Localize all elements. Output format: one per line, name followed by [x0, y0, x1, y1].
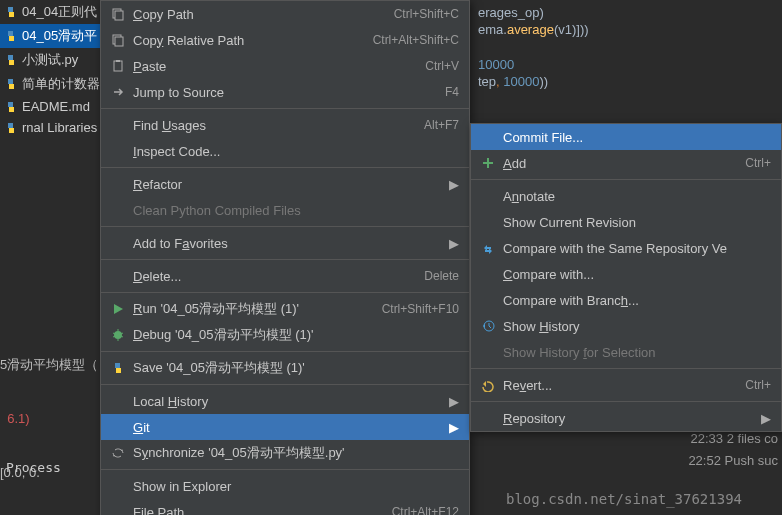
history-icon — [479, 319, 497, 333]
python-file-icon — [4, 29, 18, 43]
menu-item-label: Revert... — [503, 378, 745, 393]
menu-item[interactable]: Debug '04_05滑动平均模型 (1)' — [101, 322, 469, 348]
menu-shortcut: Ctrl+Alt+F12 — [392, 505, 459, 515]
menu-item-label: Git — [133, 420, 441, 435]
menu-item-label: Delete... — [133, 269, 424, 284]
project-file[interactable]: rnal Libraries — [0, 117, 100, 138]
project-file[interactable]: 小测试.py — [0, 48, 100, 72]
context-menu[interactable]: Copy PathCtrl+Shift+CCopy Relative PathC… — [100, 0, 470, 515]
menu-item-label: Add — [503, 156, 745, 171]
menu-item-label: Jump to Source — [133, 85, 445, 100]
submenu-arrow-icon: ▶ — [449, 394, 459, 409]
menu-item[interactable]: Run '04_05滑动平均模型 (1)'Ctrl+Shift+F10 — [101, 296, 469, 322]
menu-item[interactable]: Show Current Revision — [471, 209, 781, 235]
menu-item-label: Show History for Selection — [503, 345, 771, 360]
menu-item-label: Find Usages — [133, 118, 424, 133]
menu-item[interactable]: Save '04_05滑动平均模型 (1)' — [101, 355, 469, 381]
menu-item[interactable]: Git▶ — [101, 414, 469, 440]
git-submenu[interactable]: Commit File...AddCtrl+AnnotateShow Curre… — [470, 123, 782, 432]
menu-item[interactable]: PasteCtrl+V — [101, 53, 469, 79]
python-file-icon — [4, 121, 18, 135]
menu-item[interactable]: Repository▶ — [471, 405, 781, 431]
menu-item[interactable]: Synchronize '04_05滑动平均模型.py' — [101, 440, 469, 466]
submenu-arrow-icon: ▶ — [449, 236, 459, 251]
project-file[interactable]: EADME.md — [0, 96, 100, 117]
process-label: Process — [6, 460, 61, 475]
menu-item: Clean Python Compiled Files — [101, 197, 469, 223]
submenu-arrow-icon: ▶ — [449, 420, 459, 435]
run-output: 5滑动平均模型（ 6.1) [0.0, 0. [5.0, 4. [10.0, 4… — [0, 320, 100, 515]
menu-item-label: Local History — [133, 394, 441, 409]
menu-item-label: Inspect Code... — [133, 144, 459, 159]
code-line: 10000 — [468, 56, 782, 73]
python-file-icon — [4, 53, 18, 67]
project-tree[interactable]: 04_04正则代04_05滑动平小测试.py简单的计数器EADME.mdrnal… — [0, 0, 100, 138]
menu-item[interactable]: Compare with... — [471, 261, 781, 287]
menu-item-label: Synchronize '04_05滑动平均模型.py' — [133, 444, 459, 462]
menu-item: Show History for Selection — [471, 339, 781, 365]
menu-item-label: Debug '04_05滑动平均模型 (1)' — [133, 326, 459, 344]
menu-item[interactable]: Inspect Code... — [101, 138, 469, 164]
python-icon — [109, 361, 127, 375]
menu-shortcut: Delete — [424, 269, 459, 283]
menu-shortcut: Alt+F7 — [424, 118, 459, 132]
menu-item[interactable]: Show in Explorer — [101, 473, 469, 499]
menu-shortcut: Ctrl+ — [745, 378, 771, 392]
menu-item[interactable]: Annotate — [471, 183, 781, 209]
watermark: blog.csdn.net/sinat_37621394 — [506, 491, 742, 507]
menu-shortcut: Ctrl+V — [425, 59, 459, 73]
compare-icon — [479, 241, 497, 255]
menu-item[interactable]: Refactor▶ — [101, 171, 469, 197]
menu-item[interactable]: Local History▶ — [101, 388, 469, 414]
menu-item[interactable]: Compare with Branch... — [471, 287, 781, 313]
menu-item-label: Add to Favorites — [133, 236, 441, 251]
menu-item[interactable]: File PathCtrl+Alt+F12 — [101, 499, 469, 515]
menu-item-label: Annotate — [503, 189, 771, 204]
menu-item[interactable]: Jump to SourceF4 — [101, 79, 469, 105]
menu-shortcut: Ctrl+Shift+C — [394, 7, 459, 21]
menu-item-label: Show in Explorer — [133, 479, 459, 494]
sync-icon — [109, 446, 127, 460]
menu-item-label: Copy Path — [133, 7, 394, 22]
project-file[interactable]: 简单的计数器 — [0, 72, 100, 96]
menu-item-label: Run '04_05滑动平均模型 (1)' — [133, 300, 382, 318]
menu-item-label: Compare with the Same Repository Ve — [503, 241, 771, 256]
add-icon — [479, 156, 497, 170]
svg-rect-1 — [115, 11, 123, 20]
menu-item-label: Save '04_05滑动平均模型 (1)' — [133, 359, 459, 377]
menu-item[interactable]: Add to Favorites▶ — [101, 230, 469, 256]
editor[interactable]: erages_op) ema.average(v1)])) 10000 tep,… — [468, 0, 782, 94]
menu-shortcut: Ctrl+ — [745, 156, 771, 170]
submenu-arrow-icon: ▶ — [761, 411, 771, 426]
menu-item[interactable]: Delete...Delete — [101, 263, 469, 289]
menu-item[interactable]: Compare with the Same Repository Ve — [471, 235, 781, 261]
python-file-icon — [4, 77, 18, 91]
menu-item-label: Show History — [503, 319, 771, 334]
menu-item[interactable]: Show History — [471, 313, 781, 339]
code-line: erages_op) — [468, 4, 782, 21]
menu-item-label: Show Current Revision — [503, 215, 771, 230]
menu-item[interactable]: Commit File... — [471, 124, 781, 150]
python-file-icon — [4, 100, 18, 114]
menu-item[interactable]: Copy Relative PathCtrl+Alt+Shift+C — [101, 27, 469, 53]
menu-item-label: Refactor — [133, 177, 441, 192]
project-file[interactable]: 04_04正则代 — [0, 0, 100, 24]
menu-item-label: Clean Python Compiled Files — [133, 203, 459, 218]
svg-rect-5 — [116, 60, 120, 62]
svg-rect-3 — [115, 37, 123, 46]
menu-item[interactable]: Copy PathCtrl+Shift+C — [101, 1, 469, 27]
menu-item-label: Commit File... — [503, 130, 771, 145]
menu-item[interactable]: AddCtrl+ — [471, 150, 781, 176]
project-file[interactable]: 04_05滑动平 — [0, 24, 100, 48]
menu-item-label: Repository — [503, 411, 753, 426]
event-log[interactable]: 22:33 2 files co 22:52 Push suc — [688, 428, 778, 472]
run-icon — [109, 302, 127, 316]
menu-item[interactable]: Revert...Ctrl+ — [471, 372, 781, 398]
menu-item-label: File Path — [133, 505, 392, 516]
menu-item-label: Compare with Branch... — [503, 293, 771, 308]
paste-icon — [109, 59, 127, 73]
svg-rect-4 — [114, 61, 122, 71]
menu-shortcut: Ctrl+Alt+Shift+C — [373, 33, 459, 47]
menu-item-label: Compare with... — [503, 267, 771, 282]
menu-item[interactable]: Find UsagesAlt+F7 — [101, 112, 469, 138]
